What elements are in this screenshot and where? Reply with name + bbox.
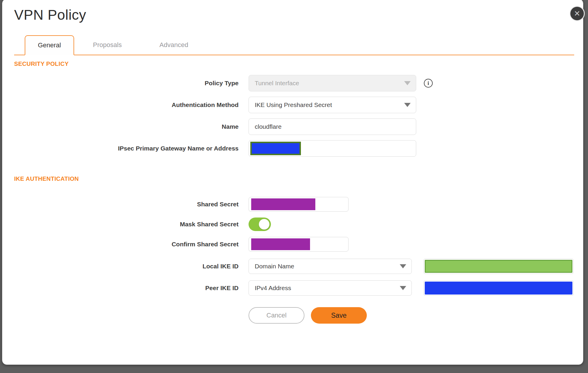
info-icon-glyph: i — [427, 80, 429, 86]
section-heading-ike-authentication: IKE AUTHENTICATION — [14, 175, 574, 182]
masked-peer-ike-id-value — [425, 282, 572, 295]
tab-bar: General Proposals Advanced — [14, 35, 574, 55]
row-name: Name cloudflare — [14, 118, 574, 135]
policy-type-select: Tunnel Interface — [249, 75, 416, 91]
masked-shared-secret-value — [251, 198, 315, 210]
authentication-method-label: Authentication Method — [14, 101, 239, 108]
ipsec-gateway-input[interactable] — [249, 140, 416, 157]
masked-local-ike-id-value — [425, 260, 572, 273]
vpn-policy-dialog: VPN Policy General Proposals Advanced SE… — [2, 0, 583, 365]
tab-general[interactable]: General — [25, 35, 74, 55]
name-value: cloudflare — [255, 123, 281, 130]
shared-secret-label: Shared Secret — [14, 201, 239, 208]
name-label: Name — [14, 123, 239, 130]
confirm-shared-secret-input[interactable] — [249, 237, 349, 252]
close-icon: ✕ — [574, 10, 580, 17]
masked-confirm-shared-secret-value — [251, 238, 310, 250]
info-icon[interactable]: i — [424, 79, 433, 88]
section-heading-security-policy: SECURITY POLICY — [14, 61, 574, 67]
policy-type-value: Tunnel Interface — [255, 80, 299, 87]
toggle-knob — [259, 219, 269, 230]
local-ike-id-value-input[interactable] — [424, 259, 574, 274]
mask-shared-secret-label: Mask Shared Secret — [14, 221, 239, 228]
row-mask-shared-secret: Mask Shared Secret — [14, 218, 574, 231]
policy-type-label: Policy Type — [14, 80, 239, 87]
cancel-button[interactable]: Cancel — [249, 307, 304, 324]
chevron-down-icon — [400, 264, 406, 268]
peer-ike-id-value-input[interactable] — [424, 280, 574, 296]
authentication-method-select[interactable]: IKE Using Preshared Secret — [249, 97, 416, 113]
tab-general-label: General — [38, 41, 61, 49]
peer-ike-id-select[interactable]: IPv4 Address — [249, 280, 412, 296]
local-ike-id-select[interactable]: Domain Name — [249, 259, 412, 274]
authentication-method-value: IKE Using Preshared Secret — [255, 101, 332, 108]
row-policy-type: Policy Type Tunnel Interface i — [14, 75, 574, 91]
peer-ike-id-type-value: IPv4 Address — [255, 285, 291, 292]
mask-shared-secret-toggle[interactable] — [249, 218, 271, 231]
chevron-down-icon — [400, 286, 406, 290]
row-peer-ike-id: Peer IKE ID IPv4 Address — [14, 280, 574, 296]
chevron-down-icon — [404, 103, 411, 107]
confirm-shared-secret-label: Confirm Shared Secret — [14, 241, 239, 248]
close-button[interactable]: ✕ — [569, 6, 585, 21]
page-title: VPN Policy — [14, 7, 574, 23]
row-local-ike-id: Local IKE ID Domain Name — [14, 259, 574, 274]
row-shared-secret: Shared Secret — [14, 197, 574, 212]
ipsec-gateway-label: IPsec Primary Gateway Name or Address — [14, 145, 239, 152]
row-ipsec-gateway: IPsec Primary Gateway Name or Address — [14, 140, 574, 157]
chevron-down-icon — [404, 81, 411, 85]
row-confirm-shared-secret: Confirm Shared Secret — [14, 237, 574, 252]
local-ike-id-type-value: Domain Name — [255, 263, 294, 270]
modal-backdrop: VPN Policy General Proposals Advanced SE… — [0, 0, 588, 373]
save-button[interactable]: Save — [311, 307, 367, 324]
tab-advanced-label: Advanced — [159, 41, 188, 49]
tab-proposals-label: Proposals — [93, 41, 122, 49]
shared-secret-input[interactable] — [249, 197, 349, 212]
name-input[interactable]: cloudflare — [249, 118, 416, 135]
peer-ike-id-label: Peer IKE ID — [14, 285, 239, 292]
row-authentication-method: Authentication Method IKE Using Preshare… — [14, 97, 574, 113]
masked-gateway-value — [250, 142, 301, 155]
tab-proposals[interactable]: Proposals — [74, 35, 141, 55]
row-actions: Cancel Save — [14, 307, 574, 324]
tab-advanced[interactable]: Advanced — [141, 35, 207, 55]
local-ike-id-label: Local IKE ID — [14, 263, 239, 270]
